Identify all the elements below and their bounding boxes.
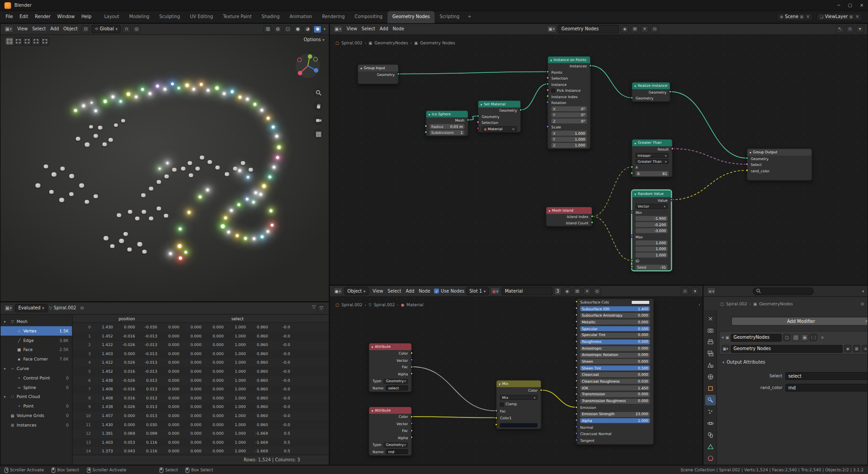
filter-options-icon[interactable]: ▾ <box>862 289 864 294</box>
shading-solid-icon[interactable]: ● <box>294 25 302 33</box>
node-greater-than[interactable]: ▾Greater ThanResultInteger▾Greater Than▾… <box>632 139 673 177</box>
input-socket[interactable] <box>575 313 578 316</box>
input-socket[interactable] <box>575 412 578 415</box>
input-socket[interactable] <box>575 353 578 356</box>
slider-field[interactable]: Specular Tint0.000 <box>580 333 650 338</box>
dataset-dropdown[interactable]: Evaluated▾ <box>15 304 47 312</box>
output-socket[interactable] <box>589 64 592 67</box>
blender-logo-icon[interactable] <box>5 2 11 9</box>
table-row[interactable]: 11.452-0.016-0.0130.0000.0000.0001.0000.… <box>72 332 329 341</box>
vector-field[interactable]: X1.000 <box>552 131 587 136</box>
node-realize-instances[interactable]: ▾Realize InstancesGeometryGeometry <box>632 82 670 102</box>
tab-modeling[interactable]: Modeling <box>124 11 155 23</box>
table-row[interactable]: 111.4300.0000.0300.0000.0000.0001.0000.8… <box>72 420 329 429</box>
properties-tab-constraints[interactable] <box>705 430 716 440</box>
slider-field[interactable]: Transmission0.000 <box>580 392 650 397</box>
output-socket[interactable] <box>669 90 671 93</box>
shading-rendered-icon[interactable]: ◉ <box>314 25 322 33</box>
output-socket[interactable] <box>397 72 400 75</box>
pin-icon[interactable]: ⊙ <box>593 287 601 295</box>
collapse-icon[interactable]: ▾ <box>722 335 724 340</box>
node-header[interactable]: ▾Greater Than <box>632 140 672 147</box>
data-tree-item-volume-grids[interactable]: ▦Volume Grids0 <box>0 411 72 421</box>
dropdown[interactable]: Vector▾ <box>636 204 668 209</box>
menu-select[interactable]: Select <box>359 27 377 32</box>
viewport-options-dropdown[interactable]: Options▾ <box>304 37 325 42</box>
use-nodes-checkbox[interactable]: ✓Use Nodes <box>434 289 464 294</box>
menu-render[interactable]: Render <box>32 11 54 23</box>
shading-wireframe-icon[interactable]: ○ <box>284 25 292 33</box>
breadcrumb-item[interactable]: Material <box>406 303 423 308</box>
pin-icon[interactable]: ⊙ <box>651 25 659 33</box>
collapse-icon[interactable]: ▾ <box>372 408 373 412</box>
snap-node-icon[interactable]: ∩ <box>681 287 689 295</box>
breadcrumb-item[interactable]: Spiral.002 <box>726 301 747 306</box>
data-tree-item-point-cloud[interactable]: ▾∷Point Cloud <box>0 392 72 402</box>
input-socket[interactable] <box>575 406 578 408</box>
data-tree-item-spline[interactable]: ≈Spline0 <box>0 383 72 392</box>
parent-tree-icon[interactable]: ↖ <box>836 25 844 33</box>
data-tree-item-vertex[interactable]: ∴Vertex1.5K <box>0 326 72 336</box>
node-tree-browse-icon[interactable]: ▣▾ <box>547 25 557 33</box>
node-header[interactable]: ▾Group Input <box>358 65 398 71</box>
tab-compositing[interactable]: Compositing <box>349 11 387 23</box>
input-socket[interactable] <box>575 300 578 303</box>
menu-add[interactable]: Add <box>377 27 391 32</box>
input-socket[interactable] <box>575 373 578 375</box>
menu-add[interactable]: Add <box>48 27 61 32</box>
remove-viewlayer-icon[interactable]: × <box>855 14 859 19</box>
tab-geometry-nodes[interactable]: Geometry Nodes <box>387 11 435 23</box>
node-group-input[interactable]: ▾Group InputGeometry <box>358 64 399 84</box>
node-header[interactable]: ▾Attribute <box>369 343 411 350</box>
breadcrumb-item[interactable]: GeometryNodes <box>759 301 793 306</box>
output-socket[interactable] <box>540 389 542 391</box>
tree-caret-icon[interactable]: ▾ <box>4 394 9 399</box>
menu-help[interactable]: Help <box>78 11 95 23</box>
camera-view-icon[interactable] <box>313 115 323 125</box>
slider-field[interactable]: Roughness0.500 <box>580 339 650 344</box>
overlay-dropdown-icon[interactable]: ▾ <box>691 287 699 295</box>
interaction-mode-icon[interactable]: ⊡ <box>81 25 90 33</box>
node-header[interactable]: ▾Mix <box>496 380 541 387</box>
tab-texture-paint[interactable]: Texture Paint <box>218 11 256 23</box>
column-header-position[interactable]: position <box>94 315 160 323</box>
tab-sculpting[interactable]: Sculpting <box>154 11 185 23</box>
filter-funnel-icon[interactable]: ▽ <box>312 304 316 312</box>
new-node-group-icon[interactable]: ⊞ <box>853 345 860 352</box>
menu-edit[interactable]: Edit <box>16 11 32 23</box>
vector-field[interactable]: -0.200 <box>636 222 668 227</box>
attr-select-field[interactable]: select <box>786 372 868 380</box>
menu-node[interactable]: Node <box>391 27 406 32</box>
shader-editor[interactable]: ▾AttributeColorVectorFacAlphaType:Geomet… <box>330 285 703 465</box>
overlay-dropdown-icon[interactable]: ▾ <box>856 25 864 33</box>
properties-tab-render[interactable] <box>705 325 716 336</box>
close-button[interactable]: × <box>860 3 863 8</box>
output-socket[interactable] <box>410 365 413 368</box>
checkbox[interactable] <box>500 403 504 407</box>
viewlayer-selector[interactable]: ❏ ViewLayer ⊞ × <box>816 13 863 21</box>
new-node-tree-icon[interactable]: ⊞ <box>631 25 639 33</box>
vector-field[interactable]: 1.000 <box>636 252 668 257</box>
input-socket[interactable] <box>575 386 578 389</box>
vector-field[interactable]: X0° <box>552 106 587 111</box>
fake-user-icon[interactable]: ◈ <box>621 25 629 33</box>
node-header[interactable]: ▾Set Material <box>478 101 520 108</box>
slider-field[interactable]: Clearcoat Roughness0.030 <box>580 379 650 384</box>
fake-user-icon[interactable]: ◈ <box>563 287 571 295</box>
table-row[interactable]: 01.4300.000-0.0300.0000.0000.0001.0000.8… <box>72 323 329 332</box>
input-socket[interactable] <box>575 346 578 349</box>
3d-viewport[interactable]: Options▾ ▦▾ ViewSelectAddObject ⊡ ⟲G <box>0 23 330 302</box>
attr-rand-color-field[interactable]: rnd <box>786 384 868 392</box>
data-tree-item-mesh[interactable]: ▾▽Mesh <box>0 317 72 326</box>
slider-field[interactable]: Anisotropic Rotation0.000 <box>580 352 650 357</box>
color-swatch[interactable] <box>500 423 538 427</box>
output-socket[interactable] <box>467 118 469 121</box>
vector-field[interactable]: Z0° <box>552 118 587 123</box>
node-instance-on-points[interactable]: ▾Instance on PointsInstancesPointsSelect… <box>547 56 591 149</box>
material-selector[interactable]: Material <box>501 287 552 295</box>
tab-uv-editing[interactable]: UV Editing <box>185 11 218 23</box>
breadcrumb-item[interactable]: Spiral.002 <box>341 303 363 308</box>
maximize-button[interactable]: ▢ <box>848 3 852 8</box>
sidebar-toggle-icon[interactable]: ‹ <box>698 303 700 308</box>
slider-field[interactable]: Emission Strength23.000 <box>580 412 650 417</box>
